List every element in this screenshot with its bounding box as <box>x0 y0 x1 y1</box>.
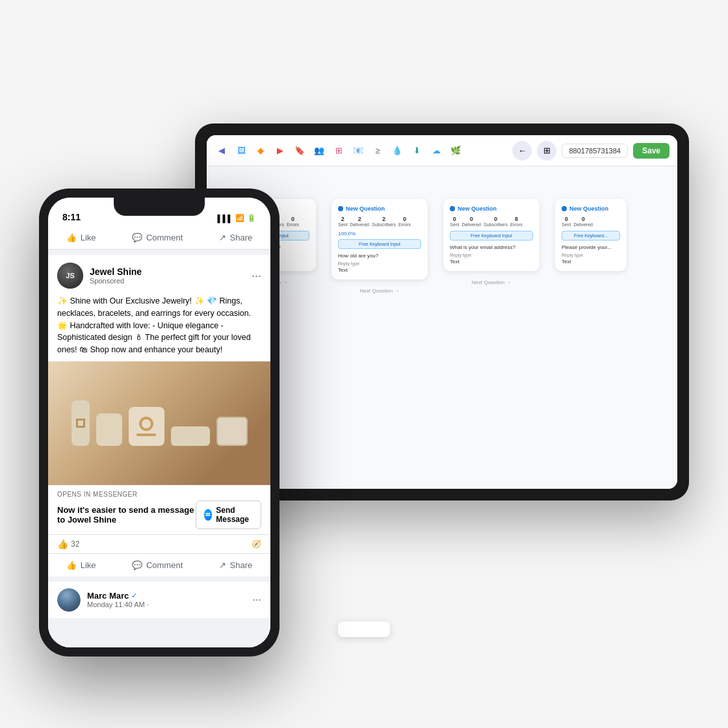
jewelry-display <box>72 400 248 446</box>
battery-icon: 🔋 <box>247 214 256 222</box>
flow-card-4[interactable]: New Question 0Sent 0Delivered Free Keybo… <box>555 199 627 271</box>
wifi-icon: 📶 <box>235 214 244 222</box>
fb-post-card: JS Jewel Shine Sponsored ··· ✨ Shine wit… <box>48 255 270 553</box>
signal-icon: ▌▌▌ <box>218 214 233 222</box>
grid-view-button[interactable]: ⊞ <box>537 141 556 161</box>
fb-actions-bottom: 👍 Like 💬 Comment ↗ Share <box>48 553 270 577</box>
reply-val-2: Text <box>338 267 421 273</box>
flow-card-4-header: New Question <box>562 205 620 212</box>
save-button[interactable]: Save <box>633 143 670 159</box>
leaf-icon[interactable]: 🌿 <box>448 144 463 158</box>
opens-in-label: OPENS IN MESSENGER <box>57 491 261 498</box>
send-message-button[interactable]: ✉ Send Message <box>196 500 261 529</box>
messenger-icon: ✉ <box>204 509 212 521</box>
phone-number-display: 8801785731384 <box>562 144 628 158</box>
avatar-image: JS <box>57 263 83 289</box>
box-piece <box>216 417 248 446</box>
phone: 8:11 ▌▌▌ 📶 🔋 👍 Like 💬 Commen <box>39 188 280 656</box>
share-label-top: Share <box>230 233 253 242</box>
sent-pct-2: 100.0% <box>338 231 421 237</box>
comment-avatar <box>57 588 81 612</box>
flow-card-2-stats: 2Sent 2Delivered 2Subscribers 0Errors <box>338 216 421 227</box>
status-time: 8:11 <box>62 212 81 222</box>
share-icon-top: ↗ <box>219 233 226 242</box>
jewelry-stand-3 <box>171 426 210 446</box>
card-icon[interactable]: ◀ <box>214 144 229 158</box>
fb-actions-top: 👍 Like 💬 Comment ↗ Share <box>48 226 270 250</box>
image-icon[interactable]: 🖼 <box>234 144 248 158</box>
comment-label-top: Comment <box>146 233 183 242</box>
post-image <box>48 361 270 485</box>
flow-cards-row: Question 2Sent 2Delivered 2Subscribers 0… <box>220 199 627 280</box>
avatar-photo <box>57 588 81 612</box>
status-icons: ▌▌▌ 📶 🔋 <box>218 214 256 222</box>
post-cta-area: OPENS IN MESSENGER Now it's easier to se… <box>48 485 270 534</box>
page-name: Jewel Shine <box>90 266 245 277</box>
cloud-icon[interactable]: ☁ <box>429 144 443 158</box>
flow-card-2-header: New Question <box>338 205 421 212</box>
share-icon-bottom: ↗ <box>219 560 226 570</box>
share-label-bottom: Share <box>230 560 253 570</box>
toolbar-right: ← ⊞ 8801785731384 Save <box>512 141 670 161</box>
send-message-label: Send Message <box>216 506 253 524</box>
verified-icon: ✓ <box>131 592 137 600</box>
post-body-text: ✨ Shine with Our Exclusive Jewelry! ✨ 💎 … <box>48 292 270 361</box>
cta-row: Now it's easier to send a message to Jow… <box>57 500 261 529</box>
like-reaction-icon: 👍 <box>57 539 68 549</box>
like-icon-bottom: 👍 <box>66 560 77 570</box>
like-icon-top: 👍 <box>66 233 77 242</box>
drop-icon[interactable]: 💧 <box>390 144 404 158</box>
center-piece <box>129 407 164 446</box>
like-count: 👍 32 <box>57 539 79 549</box>
page-avatar: JS <box>57 263 83 289</box>
comment-user-row: Marc Marc ✓ Monday 11:40 AM · ··· <box>57 588 261 612</box>
tablet-toolbar: ◀ 🖼 ◆ ▶ 🔖 👥 ⊞ 📧 ≥ 💧 ⬇ ☁ 🌿 ← ⊞ 8801785731… <box>207 135 677 166</box>
flow-card-2[interactable]: New Question 2Sent 2Delivered 2Subscribe… <box>332 199 428 280</box>
reply-type-2: Reply type <box>338 261 421 266</box>
bottom-button[interactable] <box>338 621 390 637</box>
jewelry-stand-2 <box>96 413 122 446</box>
greater-icon[interactable]: ≥ <box>370 144 385 158</box>
youtube-icon[interactable]: ▶ <box>273 144 287 158</box>
users-icon[interactable]: 👥 <box>312 144 326 158</box>
keyboard-input-2[interactable]: Free Keyboard Input <box>338 239 421 249</box>
post-reactions: 👍 32 🧭 <box>48 534 270 553</box>
connector-2: Next Question → <box>360 288 400 294</box>
like-action-top[interactable]: 👍 Like <box>66 233 96 242</box>
fb-feed[interactable]: 👍 Like 💬 Comment ↗ Share <box>48 226 270 647</box>
comment-icon-top: 💬 <box>132 233 142 242</box>
like-action-bottom[interactable]: 👍 Like <box>66 560 96 570</box>
comment-action-top[interactable]: 💬 Comment <box>132 233 183 242</box>
green-icon[interactable]: 🔖 <box>292 144 307 158</box>
grid-icon[interactable]: ⊞ <box>332 144 346 158</box>
reply-val-4: Text <box>562 259 620 265</box>
phone-notch <box>114 198 205 216</box>
share-action-bottom[interactable]: ↗ Share <box>219 560 253 570</box>
keyboard-input-3[interactable]: Free Keyboard Input <box>450 231 533 240</box>
flow-card-3-header: New Question <box>450 205 533 212</box>
like-label-bottom: Like <box>81 560 96 570</box>
reactions-number: 32 <box>71 540 79 549</box>
flow-card-3-stats: 0Sent 0Delivered 0Subscribers 8Errors <box>450 216 533 227</box>
share-action-top[interactable]: ↗ Share <box>219 233 253 242</box>
scene: ◀ 🖼 ◆ ▶ 🔖 👥 ⊞ 📧 ≥ 💧 ⬇ ☁ 🌿 ← ⊞ 8801785731… <box>39 72 689 656</box>
comment-label-bottom: Comment <box>146 560 183 570</box>
comment-action-bottom[interactable]: 💬 Comment <box>132 560 183 570</box>
flow-card-3[interactable]: New Question 0Sent 0Delivered 0Subscribe… <box>443 199 540 271</box>
back-button[interactable]: ← <box>512 141 532 161</box>
download-icon[interactable]: ⬇ <box>410 144 424 158</box>
comment-section: Marc Marc ✓ Monday 11:40 AM · ··· <box>48 582 270 618</box>
diamond-icon[interactable]: ◆ <box>254 144 268 158</box>
reply-type-4: Reply type <box>562 253 620 257</box>
phone-screen: 8:11 ▌▌▌ 📶 🔋 👍 Like 💬 Commen <box>48 198 270 647</box>
keyboard-input-4[interactable]: Free Keyboard... <box>562 231 620 240</box>
like-label-top: Like <box>81 233 96 242</box>
post-menu-dots[interactable]: ··· <box>252 269 261 283</box>
question-text-3: What is your email address? <box>450 244 533 250</box>
comment-username: Marc Marc <box>87 591 129 601</box>
comment-menu-dots[interactable]: ··· <box>253 594 261 606</box>
jewelry-stand-1 <box>72 400 90 446</box>
reply-val-3: Text <box>450 259 533 265</box>
flow-card-4-stats: 0Sent 0Delivered <box>562 216 620 227</box>
email-icon[interactable]: 📧 <box>351 144 365 158</box>
